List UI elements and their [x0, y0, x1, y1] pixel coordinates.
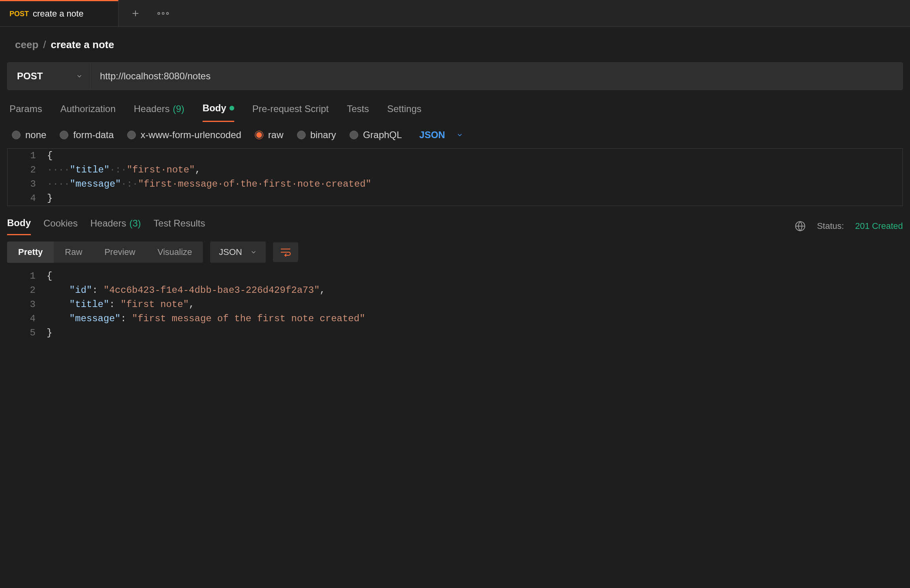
gutter: 1 [7, 269, 47, 283]
code-line: 4 "message": "first message of the first… [7, 312, 903, 326]
code-text: } [47, 326, 52, 340]
radio-selected-icon [255, 131, 263, 139]
code-line: 2 "id": "4cc6b423-f1e4-4dbb-bae3-226d429… [7, 283, 903, 298]
body-type-urlencoded[interactable]: x-www-form-urlencoded [127, 129, 241, 140]
gutter: 5 [7, 326, 47, 340]
gutter: 3 [8, 177, 47, 191]
status-value: 201 Created [855, 221, 903, 231]
tab-body[interactable]: Body [203, 103, 234, 122]
body-type-graphql-label: GraphQL [363, 129, 402, 140]
svg-point-4 [167, 12, 169, 14]
response-tabs: Body Cookies Headers (3) Test Results St… [0, 206, 910, 235]
tab-body-label: Body [203, 103, 226, 114]
tab-prerequest[interactable]: Pre-request Script [252, 103, 329, 122]
method-label: POST [17, 71, 43, 82]
tab-params[interactable]: Params [9, 103, 42, 122]
view-mode-row: Pretty Raw Preview Visualize JSON [0, 235, 910, 269]
tab-method: POST [9, 10, 29, 18]
status-label: Status: [817, 221, 844, 231]
plus-icon [131, 9, 140, 18]
response-status-area: Status: 201 Created [795, 221, 903, 232]
view-visualize-button[interactable]: Visualize [147, 242, 203, 263]
code-line: 1 { [7, 269, 903, 283]
breadcrumb-folder[interactable]: ceep [15, 39, 38, 51]
code-text: } [47, 191, 53, 206]
chevron-down-icon [250, 249, 257, 256]
chevron-down-icon [76, 73, 83, 80]
more-horizontal-icon [157, 12, 169, 15]
breadcrumb-separator: / [43, 39, 46, 51]
code-line: 5 } [7, 326, 903, 340]
tab-headers[interactable]: Headers (9) [134, 103, 184, 122]
tab-actions [118, 0, 169, 26]
response-tabs-left: Body Cookies Headers (3) Test Results [7, 217, 205, 235]
view-raw-button[interactable]: Raw [54, 242, 93, 263]
request-tabs: Params Authorization Headers (9) Body Pr… [0, 99, 910, 122]
body-type-binary[interactable]: binary [297, 129, 336, 140]
gutter: 2 [7, 283, 47, 298]
svg-point-3 [162, 12, 164, 14]
body-type-urlencoded-label: x-www-form-urlencoded [141, 129, 241, 140]
response-format-select[interactable]: JSON [210, 242, 266, 263]
code-text: "id": "4cc6b423-f1e4-4dbb-bae3-226d429f2… [47, 283, 325, 298]
body-format-select[interactable]: JSON [419, 129, 463, 140]
chevron-down-icon [456, 131, 463, 139]
wrap-lines-button[interactable] [273, 242, 298, 262]
tab-bar: POST create a note [0, 0, 910, 27]
response-tab-body[interactable]: Body [7, 217, 31, 235]
response-tab-test-results[interactable]: Test Results [154, 218, 205, 234]
view-preview-button[interactable]: Preview [93, 242, 146, 263]
body-type-none-label: none [25, 129, 46, 140]
body-format-label: JSON [419, 129, 445, 140]
body-type-none[interactable]: none [12, 129, 46, 140]
tab-more-button[interactable] [157, 7, 169, 19]
url-input[interactable]: http://localhost:8080/notes [90, 63, 902, 90]
tab-label: create a note [33, 9, 83, 19]
code-line: 3 ····"message"·:·"first·message·of·the·… [8, 177, 902, 191]
gutter: 2 [8, 163, 47, 177]
code-line: 2 ····"title"·:·"first·note", [8, 163, 902, 177]
view-pretty-button[interactable]: Pretty [7, 242, 54, 263]
tab-settings[interactable]: Settings [387, 103, 421, 122]
radio-icon [350, 131, 358, 139]
response-tab-headers-label: Headers [90, 218, 126, 229]
method-select[interactable]: POST [8, 63, 90, 90]
code-text: ····"message"·:·"first·message·of·the·fi… [47, 177, 371, 191]
tab-authorization[interactable]: Authorization [60, 103, 116, 122]
globe-icon[interactable] [795, 221, 806, 232]
radio-icon [297, 131, 306, 139]
svg-point-2 [158, 12, 160, 14]
code-text: "title": "first note", [47, 298, 194, 312]
gutter: 1 [8, 149, 47, 163]
gutter: 3 [7, 298, 47, 312]
request-body-editor[interactable]: 1 { 2 ····"title"·:·"first·note", 3 ····… [7, 148, 903, 206]
body-type-raw-label: raw [268, 129, 284, 140]
body-type-graphql[interactable]: GraphQL [350, 129, 402, 140]
body-type-binary-label: binary [310, 129, 336, 140]
tab-tests[interactable]: Tests [347, 103, 369, 122]
code-line: 3 "title": "first note", [7, 298, 903, 312]
response-tab-cookies[interactable]: Cookies [43, 218, 78, 234]
view-group: Pretty Raw Preview Visualize [7, 242, 203, 263]
url-bar: POST http://localhost:8080/notes [7, 62, 903, 90]
code-text: "message": "first message of the first n… [47, 312, 365, 326]
radio-icon [12, 131, 21, 139]
radio-icon [60, 131, 68, 139]
code-line: 1 { [8, 149, 902, 163]
wrap-icon [280, 248, 291, 257]
code-text: ····"title"·:·"first·note", [47, 163, 201, 177]
response-format-label: JSON [219, 247, 242, 257]
radio-icon [127, 131, 136, 139]
breadcrumb: ceep / create a note [0, 27, 910, 62]
tab-body-indicator-icon [229, 106, 234, 110]
new-tab-button[interactable] [130, 7, 141, 19]
gutter: 4 [7, 312, 47, 326]
response-body-editor[interactable]: 1 { 2 "id": "4cc6b423-f1e4-4dbb-bae3-226… [7, 269, 903, 340]
body-type-raw[interactable]: raw [255, 129, 284, 140]
tab-headers-label: Headers [134, 103, 170, 114]
body-type-formdata[interactable]: form-data [60, 129, 114, 140]
code-line: 4 } [8, 191, 902, 206]
response-tab-headers[interactable]: Headers (3) [90, 218, 141, 234]
tab-headers-count: (9) [173, 103, 184, 114]
tab-active[interactable]: POST create a note [0, 0, 118, 26]
